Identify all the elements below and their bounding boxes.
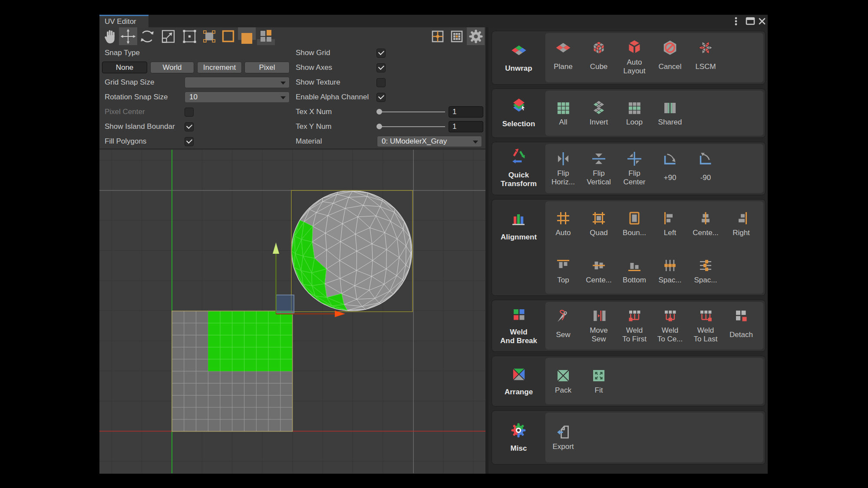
group-alignment: Alignment Auto Quad Boun... Left Cente..… [492,199,766,296]
tex-y-num-slider-knob[interactable] [376,124,382,129]
toolbar [99,27,485,45]
tool-label: Flip Vertical [587,169,611,187]
group-weld-and-break-label[interactable]: WeldAnd Break [492,300,545,351]
tool-detach[interactable]: Detach [723,308,759,344]
tool-quad[interactable]: Quad [581,210,617,237]
tool-invert[interactable]: Invert [581,100,617,127]
tool-label: Shared [658,118,682,127]
tool-spac[interactable]: Spac... [688,258,723,285]
tool-auto[interactable]: Auto [545,210,581,237]
tool-label: Detach [729,326,753,344]
tool-boun[interactable]: Boun... [617,210,652,237]
group-selection-label[interactable]: Selection [492,89,545,138]
invert-icon [591,100,607,115]
show-grid-checkbox[interactable] [376,49,386,58]
tex-y-num-value[interactable]: 1 [449,121,483,132]
export-icon [555,424,571,440]
vertex-mode-button[interactable] [200,27,218,45]
tool-sew[interactable]: Sew [545,308,581,344]
uv-tiles-toggle-button[interactable] [448,27,466,45]
group-quick-transform-label[interactable]: QuickTransform [492,142,545,195]
tool-cente[interactable]: Cente... [688,210,723,237]
tool--90[interactable]: -90 [688,151,723,187]
tool-loop[interactable]: Loop [617,100,652,127]
tex-x-num-slider-track[interactable] [379,111,445,112]
vertex-mode-icon [203,30,216,43]
arrange-icon [512,366,526,382]
tool-cube[interactable]: Cube [581,40,617,75]
uv-canvas[interactable] [99,148,485,474]
tex-x-num-value[interactable]: 1 [449,106,483,118]
tool-plane[interactable]: Plane [545,40,581,75]
tool-left[interactable]: Left [652,210,688,237]
snap-pixel-button[interactable]: Pixel [244,62,290,73]
selection-icon [510,98,528,114]
pan-tool-button[interactable] [101,27,119,45]
tool-right[interactable]: Right [723,210,759,237]
enable-alpha-channel-checkbox[interactable] [376,93,386,102]
rotate-tool-button[interactable] [138,27,157,45]
move-tool-button[interactable] [119,27,137,45]
grid-snap-size-dropdown[interactable] [185,77,290,88]
tool-flip-vertical[interactable]: Flip Vertical [581,151,617,187]
detach-icon [733,308,749,324]
rect-tool-button[interactable] [180,27,199,45]
show-axes-checkbox[interactable] [376,63,386,72]
island-mode-button[interactable] [257,27,275,45]
tool-flip-center[interactable]: Flip Center [617,151,652,187]
kebab-menu-icon[interactable] [735,17,737,26]
tool-label: Loop [626,118,643,127]
tool-cancel[interactable]: Cancel [652,40,688,75]
tool-weld-to-last[interactable]: Weld To Last [688,308,723,344]
tool-flip-horiz[interactable]: Flip Horiz... [545,151,581,187]
tool-spac[interactable]: Spac... [652,258,688,285]
tool-label: Spac... [694,276,717,285]
tool-weld-to-first[interactable]: Weld To First [617,308,652,344]
tool-pack[interactable]: Pack [545,368,581,395]
tex-y-num-slider-track[interactable] [379,126,445,127]
material-dropdown[interactable]: 0: UModelerX_Gray [377,136,482,147]
tab-uv-editor[interactable]: UV Editor [99,15,149,27]
show-island-boundary-checkbox[interactable] [185,122,194,131]
tool-+90[interactable]: +90 [652,151,688,187]
tex-x-num-slider-knob[interactable] [376,109,382,115]
fit-icon [591,368,607,383]
group-arrange-label[interactable]: Arrange [492,356,545,406]
maximize-icon[interactable] [746,17,755,25]
snap-world-button[interactable]: World [150,62,194,73]
unwrap-icon [510,43,528,58]
tool-move-sew[interactable]: Move Sew [581,308,617,344]
fill-polygons-checkbox[interactable] [185,137,194,146]
tool-cente[interactable]: Cente... [581,258,617,285]
pane-divider[interactable] [485,27,488,474]
alignment-icon [510,211,527,227]
close-icon[interactable] [758,17,766,25]
rotation-snap-size-dropdown[interactable]: 10 [185,92,290,103]
weld-to-center-icon [662,308,678,324]
group-misc-label[interactable]: Misc [492,411,545,464]
edge-mode-button[interactable] [219,27,237,45]
tool-weld-to-ce[interactable]: Weld To Ce... [652,308,688,344]
snap-increment-button[interactable]: Increment [197,62,242,73]
snap-none-button[interactable]: None [102,62,147,73]
scale-tool-button[interactable] [158,27,178,45]
uv-grid-toggle-button[interactable] [429,27,447,45]
tool-top[interactable]: Top [545,258,581,285]
pixel-center-checkbox[interactable] [185,108,194,117]
tool-auto-layout[interactable]: Auto Layout [617,40,652,75]
group-unwrap-label[interactable]: Unwrap [492,31,545,84]
tool-label: Plane [554,58,572,75]
tool-all[interactable]: All [545,100,581,127]
show-texture-checkbox[interactable] [376,78,386,87]
tool-fit[interactable]: Fit [581,368,617,395]
tool-bottom[interactable]: Bottom [617,258,652,285]
settings-toggle-button[interactable] [467,27,485,45]
dropdown-arrow-icon [281,96,286,99]
group-arrange-tools: Pack Fit [545,358,763,404]
face-mode-button[interactable] [238,27,256,45]
tool-export[interactable]: Export [545,424,581,451]
group-alignment-label[interactable]: Alignment [492,200,545,295]
tool-shared[interactable]: Shared [652,100,688,127]
tool-label: Right [733,229,750,237]
tool-lscm[interactable]: LSCM [688,40,723,75]
